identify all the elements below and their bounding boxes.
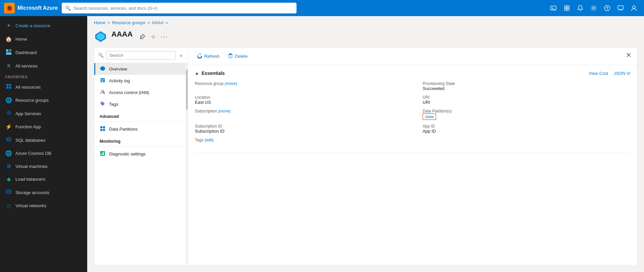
- sidebar-item-storage-accounts-label: Storage accounts: [15, 190, 49, 195]
- monitoring-section-label: Monitoring: [94, 135, 188, 145]
- sidebar-item-virtual-machines[interactable]: 🖥 Virtual machines: [0, 160, 87, 173]
- svg-point-32: [101, 102, 102, 103]
- breadcrumb-sep-2: >: [147, 20, 150, 25]
- svg-text:?: ?: [606, 6, 608, 11]
- svg-rect-35: [100, 129, 102, 131]
- svg-rect-33: [100, 126, 102, 128]
- svg-rect-38: [101, 153, 102, 155]
- essentials-section: ▲ Essentials View Cost JSON Vi Resource …: [188, 65, 637, 164]
- notifications-button[interactable]: [574, 3, 586, 13]
- virtual-networks-icon: ◇: [5, 202, 12, 209]
- subscription-id-label: Subscription ID: [195, 124, 402, 129]
- resource-search-input[interactable]: [106, 51, 176, 59]
- sidebar-item-home-label: Home: [15, 37, 27, 42]
- global-search-bar[interactable]: 🔍: [62, 3, 297, 13]
- sidebar-item-data-partitions[interactable]: Data Partitions: [94, 123, 188, 135]
- delete-icon: [228, 53, 233, 59]
- svg-marker-25: [100, 66, 105, 71]
- sidebar-item-all-resources[interactable]: All resources: [0, 80, 87, 94]
- sidebar-item-virtual-machines-label: Virtual machines: [15, 164, 48, 169]
- sidebar-item-app-services[interactable]: App Services: [0, 107, 87, 120]
- pin-button[interactable]: [138, 32, 147, 41]
- resource-nav-search: 🔍 «: [94, 48, 188, 63]
- sidebar-item-resource-groups[interactable]: 🌐 Resource groups: [0, 94, 87, 107]
- load-balancers-icon: ◆: [5, 176, 12, 182]
- more-options-button[interactable]: ···: [160, 32, 169, 42]
- view-cost-link[interactable]: View Cost: [589, 71, 608, 76]
- diagnostic-settings-label: Diagnostic settings: [109, 151, 146, 156]
- resource-type-icon: [94, 30, 107, 43]
- settings-button[interactable]: [588, 3, 600, 13]
- subscription-move-link[interactable]: (move): [218, 109, 230, 114]
- sidebar-item-azure-cosmos-db[interactable]: 🌐 Azure Cosmos DB: [0, 147, 87, 160]
- monitoring-divider: [94, 146, 188, 147]
- sidebar-item-virtual-networks[interactable]: ◇ Virtual networks: [0, 199, 87, 212]
- provisioning-state-value: Succeeded: [423, 86, 630, 91]
- sidebar-item-home[interactable]: 🏠 Home: [0, 33, 87, 46]
- cloud-shell-button[interactable]: [547, 3, 559, 13]
- resource-nav-collapse-button[interactable]: «: [178, 51, 184, 59]
- data-partitions-label: Data Partition(s): [423, 109, 630, 114]
- svg-point-19: [7, 138, 11, 139]
- portal-settings-button[interactable]: [561, 3, 573, 13]
- sql-databases-icon: [5, 137, 12, 143]
- overview-icon: [100, 66, 106, 72]
- svg-point-10: [633, 6, 635, 8]
- subscription-value: [195, 114, 402, 119]
- data-partitions-label: Data Partitions: [109, 127, 138, 132]
- svg-point-6: [593, 7, 595, 9]
- svg-rect-17: [6, 87, 8, 89]
- svg-rect-40: [103, 152, 104, 155]
- resource-nav-scrollbar-thumb[interactable]: [186, 70, 188, 110]
- sidebar-item-access-control[interactable]: Access control (IAM): [94, 87, 188, 98]
- favorite-button[interactable]: ☆: [150, 32, 157, 41]
- resource-title: AAAA: [111, 30, 133, 43]
- sidebar-item-create-resource[interactable]: + Create a resource: [0, 19, 87, 33]
- sidebar-item-diagnostic-settings[interactable]: Diagnostic settings: [94, 148, 188, 160]
- resource-header-actions: ☆ ···: [138, 32, 169, 42]
- activity-log-label: Activity log: [109, 78, 130, 83]
- sidebar-item-function-app-label: Function App: [15, 124, 41, 129]
- feedback-button[interactable]: [614, 3, 627, 13]
- close-button[interactable]: ✕: [626, 51, 632, 59]
- sidebar-item-function-app[interactable]: ⚡ Function App: [0, 120, 87, 133]
- svg-rect-34: [103, 126, 105, 128]
- sidebar-item-load-balancers[interactable]: ◆ Load balancers: [0, 173, 87, 186]
- help-button[interactable]: ?: [601, 3, 613, 13]
- breadcrumb: Home > Resource groups > AAAA >: [87, 16, 644, 27]
- profile-button[interactable]: [628, 3, 640, 13]
- global-search-input[interactable]: [73, 6, 293, 11]
- breadcrumb-resource-groups[interactable]: Resource groups: [112, 20, 145, 25]
- access-control-label: Access control (IAM): [109, 90, 149, 95]
- refresh-button[interactable]: Refresh: [194, 51, 223, 61]
- resource-nav-scrollbar[interactable]: [186, 63, 188, 265]
- delete-button[interactable]: Delete: [224, 51, 251, 61]
- storage-accounts-icon: [5, 189, 12, 196]
- tags-edit-link[interactable]: (edit): [205, 138, 214, 142]
- sidebar-item-create-resource-label: Create a resource: [15, 23, 50, 28]
- delete-label: Delete: [235, 54, 248, 59]
- resource-group-move-link[interactable]: (move): [225, 81, 237, 86]
- sidebar-item-virtual-networks-label: Virtual networks: [15, 203, 46, 208]
- sidebar-item-overview[interactable]: Overview: [94, 63, 188, 75]
- tags-value: [195, 142, 630, 147]
- essentials-item-provisioning-state: Provisioning State Succeeded: [423, 81, 630, 91]
- resource-group-value: [195, 86, 402, 91]
- sidebar-item-resource-groups-label: Resource groups: [15, 98, 49, 103]
- essentials-collapse-icon[interactable]: ▲: [195, 71, 199, 76]
- json-view-link[interactable]: JSON Vi: [613, 71, 630, 76]
- sidebar-item-tags[interactable]: Tags: [94, 98, 188, 110]
- sidebar-item-storage-accounts[interactable]: Storage accounts: [0, 186, 87, 199]
- access-control-icon: [100, 89, 106, 96]
- content-area: ✕ 🔍 « Overview: [94, 47, 637, 265]
- essentials-item-resource-group: Resource group (move): [195, 81, 402, 91]
- tags-label: Tags (edit): [195, 138, 630, 142]
- svg-rect-20: [6, 190, 11, 193]
- essentials-item-subscription: Subscription (move): [195, 109, 402, 120]
- sidebar-item-sql-databases[interactable]: SQL databases: [0, 133, 87, 147]
- sidebar-item-activity-log[interactable]: Activity log: [94, 75, 188, 87]
- sidebar-item-all-services[interactable]: ≡ All services: [0, 59, 87, 72]
- sidebar-item-dashboard[interactable]: Dashboard: [0, 46, 87, 59]
- breadcrumb-home[interactable]: Home: [94, 20, 106, 25]
- data-partitions-view-link[interactable]: view: [423, 114, 436, 120]
